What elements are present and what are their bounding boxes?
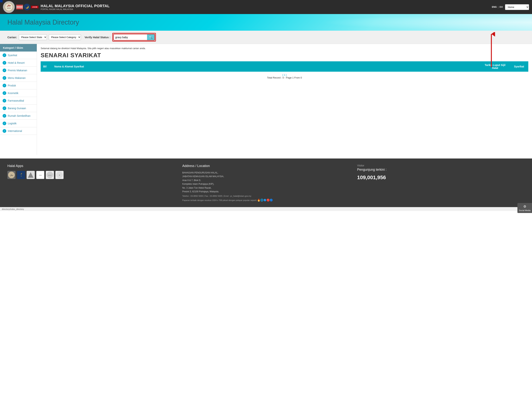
verify-search-button[interactable]: 🔍 xyxy=(147,34,154,40)
svg-text:HALAL: HALAL xyxy=(7,8,11,9)
verify-input-wrapper: 🔍 xyxy=(112,33,156,42)
results-table: Bil Nama & Alamat Syarikat Tarikh Luput … xyxy=(41,61,528,81)
app-logo-5: HALAL xyxy=(46,171,54,179)
svg-text:♥: ♥ xyxy=(59,174,60,176)
sidebar-item-international[interactable]: ✓ International xyxy=(0,127,37,135)
app-logo-2: 🌙★ xyxy=(17,171,25,179)
sidebar-item-logistik[interactable]: ✓ Logistik xyxy=(0,120,37,127)
svg-rect-8 xyxy=(17,171,25,179)
search-label: Carian: xyxy=(7,36,17,39)
check-icon: ✓ xyxy=(3,114,6,118)
col-syarikat: Syarikat xyxy=(510,61,528,72)
address-title: Address / Location xyxy=(182,164,350,168)
jakim-logos: 🌙 JAKIM xyxy=(16,4,38,10)
sidebar: Kategori / Skim ✓ Syarikat ✓ Hotel & Res… xyxy=(0,44,37,155)
svg-text:HALAL: HALAL xyxy=(48,175,52,176)
col-name: Nama & Alamat Syarikat xyxy=(52,61,480,72)
svg-text:★: ★ xyxy=(21,176,22,177)
table-header-row: Bil Nama & Alamat Syarikat Tarikh Luput … xyxy=(41,61,528,72)
svg-text:حلال: حلال xyxy=(7,4,11,7)
footer-apps-section: Halal Apps حلال 🌙★ CCM HALAL ♥ xyxy=(7,164,175,201)
nav-dropdown[interactable]: Home About Directory Contact xyxy=(505,4,529,10)
sidebar-item-label: Menu Makanan xyxy=(8,76,26,79)
col-date: Tarikh Luput Sijil Halal xyxy=(480,61,510,72)
sidebar-header: Kategori / Skim xyxy=(0,44,37,52)
header-title-area: HALAL MALAYSIA OFFICIAL PORTAL PORTAL RA… xyxy=(41,4,490,10)
app-logos: حلال 🌙★ CCM HALAL ♥ xyxy=(7,171,175,179)
site-header: حلال HALAL 🌙 JAKIM HALAL MALAYSIA OFFICI… xyxy=(0,0,532,14)
sidebar-item-label: Produk xyxy=(8,84,16,87)
verify-label: Verify Halal Status : xyxy=(85,36,110,39)
sidebar-item-premis[interactable]: ✓ Premis Makanan xyxy=(0,67,37,74)
portal-subtitle: PORTAL RASMI HALAL MALAYSIA xyxy=(41,8,490,10)
app-logo-3 xyxy=(27,171,35,179)
sidebar-item-barang[interactable]: ✓ Barang Gunaan xyxy=(0,104,37,112)
lang-eng[interactable]: ENG xyxy=(492,6,497,8)
app-logo-4: CCM xyxy=(36,171,44,179)
footer-address-section: Address / Location BAHAGIAN PENGURUSAN H… xyxy=(182,164,350,201)
apps-title: Halal Apps xyxy=(7,164,175,168)
list-title: SENARAI SYARIKAT xyxy=(41,52,528,59)
col-bil: Bil xyxy=(41,61,52,72)
sidebar-item-label: Barang Gunaan xyxy=(8,107,26,110)
sidebar-item-syarikat[interactable]: ✓ Syarikat xyxy=(0,52,37,59)
content-area: Selamat datang ke direktori Halal Malays… xyxy=(37,44,532,155)
total-record: Total Record : 0 - Page 1 From 0 xyxy=(267,76,302,79)
sidebar-item-label: Logistik xyxy=(8,122,16,125)
check-icon: ✓ xyxy=(3,106,6,110)
sidebar-item-kosmetik[interactable]: ✓ Kosmetik xyxy=(0,89,37,97)
search-bar: Carian: Please Select State Please Selec… xyxy=(0,31,532,44)
site-footer: Halal Apps حلال 🌙★ CCM HALAL ♥ Address /… xyxy=(0,159,532,207)
table-row: [ 1 ] Total Record : 0 - Page 1 From 0 xyxy=(41,72,528,81)
sidebar-item-produk[interactable]: ✓ Produk xyxy=(0,82,37,89)
check-icon: ✓ xyxy=(3,122,6,125)
check-icon: ✓ xyxy=(3,129,6,133)
sidebar-item-label: Premis Makanan xyxy=(8,69,27,72)
display-note: Paparan terbaik dengan resolusi 1024 x 7… xyxy=(182,199,350,201)
portal-title: HALAL MALAYSIA OFFICIAL PORTAL xyxy=(41,4,490,8)
page-link[interactable]: [ 1 ] xyxy=(282,74,286,76)
verify-input[interactable] xyxy=(114,35,147,40)
svg-text:🌙: 🌙 xyxy=(20,173,22,174)
gear-icon: ⚙ xyxy=(519,205,531,208)
sidebar-item-label: Syarikat xyxy=(8,54,17,57)
pagination: [ 1 ] Total Record : 0 - Page 1 From 0 xyxy=(41,72,528,81)
sidebar-item-rumah[interactable]: ✓ Rumah Sembelihan xyxy=(0,112,37,120)
lang-bm[interactable]: BM xyxy=(500,6,503,8)
footer-visitor-section: Visitor Pengunjung terkini : 109,001,956 xyxy=(357,164,525,201)
jakim-label: JAKIM xyxy=(31,6,38,8)
status-bar: directory/index_directory xyxy=(0,207,532,211)
state-select[interactable]: Please Select State xyxy=(19,34,47,40)
visitor-count: 109,001,956 xyxy=(357,175,525,180)
moon-icon: 🌙 xyxy=(24,4,30,10)
main-content: Kategori / Skim ✓ Syarikat ✓ Hotel & Res… xyxy=(0,44,532,155)
app-logo-1: حلال xyxy=(7,171,16,179)
language-switcher: ENG | BM xyxy=(492,6,503,8)
svg-text:CCM: CCM xyxy=(39,175,42,176)
check-icon: ✓ xyxy=(3,53,6,57)
social-media-button[interactable]: ⚙ Social Media xyxy=(517,203,532,211)
sidebar-item-label: Kosmetik xyxy=(8,92,19,95)
welcome-text: Selamat datang ke direktori Halal Malays… xyxy=(41,47,528,50)
verify-input-box: 🔍 xyxy=(113,34,155,41)
social-media-label: Social Media xyxy=(519,209,531,211)
check-icon: ✓ xyxy=(3,68,6,72)
check-icon: ✓ xyxy=(3,91,6,95)
halal-logo: حلال HALAL xyxy=(3,1,15,13)
visitor-label: Pengunjung terkini : xyxy=(357,168,525,172)
sidebar-item-farmaseutikal[interactable]: ✓ Farmaseutikal xyxy=(0,97,37,104)
hero-banner: Halal Malaysia Directory xyxy=(0,14,532,31)
sidebar-item-menu[interactable]: ✓ Menu Makanan xyxy=(0,74,37,82)
sidebar-item-hotel[interactable]: ✓ Hotel & Resort xyxy=(0,59,37,67)
check-icon: ✓ xyxy=(3,84,6,87)
annotation-area: Selamat datang ke direktori Halal Malays… xyxy=(41,47,528,50)
check-icon: ✓ xyxy=(3,61,6,65)
check-icon: ✓ xyxy=(3,76,6,80)
header-logo: حلال HALAL 🌙 JAKIM xyxy=(3,1,38,13)
svg-text:حلال: حلال xyxy=(10,174,13,176)
category-select[interactable]: Please Select Category xyxy=(49,34,81,40)
sidebar-item-label: Rumah Sembelihan xyxy=(8,114,30,117)
check-icon: ✓ xyxy=(3,99,6,103)
visitor-title: Visitor xyxy=(357,164,525,167)
red-arrow-annotation xyxy=(488,32,495,69)
